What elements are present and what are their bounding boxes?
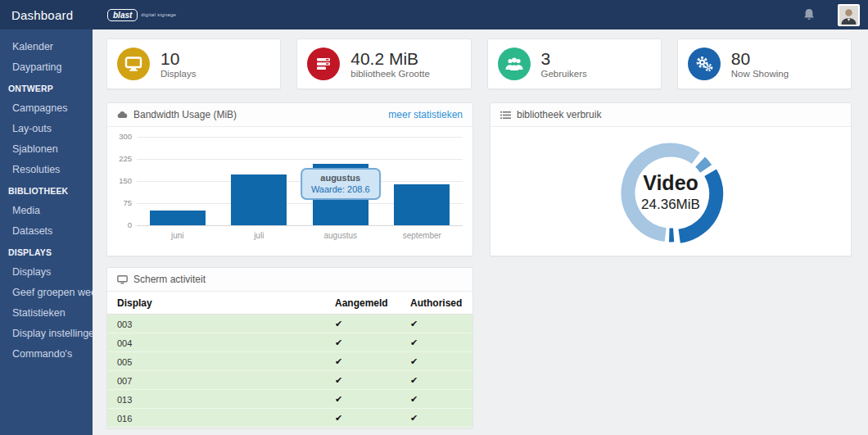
library-usage-title: bibliotheek verbruik — [517, 109, 601, 120]
cogs-icon — [688, 48, 721, 80]
bandwidth-title: Bandwidth Usage (MiB) — [133, 109, 237, 120]
check-icon: ✔ — [325, 390, 400, 409]
stat-value: 3 — [541, 49, 587, 69]
col-header-display: Display — [107, 292, 325, 315]
bandwidth-chart-body: 075150225300augustusWaarde: 208.6 juniju… — [107, 127, 472, 240]
sidebar-nav: KalenderDaypartingONTWERPCampagnesLay-ou… — [0, 29, 93, 435]
cell-display-name: 004 — [107, 333, 325, 352]
stat-text: 10 Displays — [160, 49, 196, 79]
col-header-aangemeld: Aangemeld — [325, 292, 400, 315]
sidebar-item-display-instellingen[interactable]: Display instellingen — [0, 324, 93, 344]
table-header-row: Display Aangemeld Authorised — [107, 292, 472, 315]
y-axis-tick-225: 225 — [109, 154, 132, 163]
sidebar-item-geef-groepen-weer[interactable]: Geef groepen weer — [0, 283, 93, 303]
cell-display-name: 003 — [107, 315, 325, 333]
y-axis-tick-300: 300 — [109, 132, 132, 141]
notifications-bell-icon[interactable] — [802, 7, 816, 22]
users-icon — [498, 48, 531, 80]
top-bar: Dashboard blast digital signage — [0, 0, 868, 29]
activity-title: Scherm activiteit — [133, 274, 206, 285]
check-icon: ✔ — [400, 352, 472, 371]
check-icon: ✔ — [400, 333, 472, 352]
stat-card-library-size: 40.2 MiB bibliotheek Grootte — [296, 39, 471, 89]
check-icon: ✔ — [325, 333, 400, 352]
sidebar-item-campagnes[interactable]: Campagnes — [0, 98, 93, 119]
stat-card-displays: 10 Displays — [106, 39, 281, 89]
table-row-004: 004✔✔ — [107, 333, 472, 352]
check-icon: ✔ — [325, 315, 400, 333]
stat-value: 40.2 MiB — [350, 49, 430, 69]
y-axis-tick-0: 0 — [109, 220, 132, 229]
x-axis-label-juni: juni — [137, 231, 219, 240]
sidebar-item-sjablonen[interactable]: Sjablonen — [0, 139, 93, 160]
stat-label: Gebruikers — [541, 69, 587, 79]
x-axis-label-juli: juli — [219, 231, 301, 240]
sidebar-list: KalenderDaypartingONTWERPCampagnesLay-ou… — [0, 37, 93, 365]
chart-tooltip: augustusWaarde: 208.6 — [301, 168, 381, 200]
stat-card-now-showing: 80 Now Showing — [677, 39, 852, 89]
screen-activity-card: Scherm activiteit Display Aangemeld Auth… — [106, 267, 473, 428]
more-statistics-link[interactable]: meer statistieken — [388, 109, 463, 120]
sidebar-item-displays[interactable]: Displays — [0, 262, 93, 283]
stat-text: 80 Now Showing — [731, 49, 789, 79]
sidebar-section-displays: DISPLAYS — [0, 242, 93, 262]
stat-text: 40.2 MiB bibliotheek Grootte — [350, 49, 430, 79]
library-card-header: bibliotheek verbruik — [491, 103, 851, 127]
sidebar-item-resoluties[interactable]: Resoluties — [0, 160, 93, 180]
library-icon — [307, 48, 340, 80]
bandwidth-card: Bandwidth Usage (MiB) meer statistieken … — [106, 102, 473, 256]
check-icon: ✔ — [400, 409, 472, 428]
display-icon — [117, 48, 150, 80]
sidebar-item-datasets[interactable]: Datasets — [0, 221, 93, 242]
monitor-icon — [117, 275, 128, 284]
sidebar-item-commando-s[interactable]: Commando's — [0, 344, 93, 365]
display-activity-table: Display Aangemeld Authorised 003✔✔004✔✔0… — [107, 292, 472, 428]
stat-label: Displays — [160, 69, 196, 79]
table-row-005: 005✔✔ — [107, 352, 472, 371]
app-logo: blast digital signage — [107, 9, 176, 21]
table-row-013: 013✔✔ — [107, 390, 472, 409]
library-donut-body: Video 24.36MiB — [491, 127, 851, 258]
x-axis-label-september: september — [382, 231, 463, 240]
table-row-007: 007✔✔ — [107, 371, 472, 390]
stats-row: 10 Displays 40.2 MiB bibliotheek Grootte — [106, 39, 852, 89]
bandwidth-card-header: Bandwidth Usage (MiB) meer statistieken — [107, 103, 472, 127]
bandwidth-x-axis-labels: junijuliaugustusseptember — [137, 231, 463, 240]
library-usage-card: bibliotheek verbruik Video 24.36MiB — [490, 102, 852, 256]
sidebar-item-kalender[interactable]: Kalender — [0, 37, 93, 57]
y-axis-tick-75: 75 — [109, 198, 132, 207]
stat-label: Now Showing — [731, 69, 789, 79]
bandwidth-bar-chart: 075150225300augustusWaarde: 208.6 — [137, 137, 463, 225]
page-title: Dashboard — [0, 8, 93, 22]
cell-display-name: 016 — [107, 409, 325, 428]
sidebar-item-lay-outs[interactable]: Lay-outs — [0, 119, 93, 139]
stat-text: 3 Gebruikers — [541, 49, 587, 79]
library-donut-chart[interactable]: Video 24.36MiB — [601, 128, 740, 257]
check-icon: ✔ — [400, 390, 472, 409]
check-icon: ✔ — [325, 371, 400, 390]
check-icon: ✔ — [400, 371, 472, 390]
donut-center-value: 24.36MiB — [641, 197, 700, 212]
activity-card-header: Scherm activiteit — [107, 268, 472, 292]
check-icon: ✔ — [400, 315, 472, 333]
sidebar-item-dayparting[interactable]: Dayparting — [0, 57, 93, 78]
main-content: 10 Displays 40.2 MiB bibliotheek Grootte — [93, 29, 868, 435]
x-axis-label-augustus: augustus — [300, 231, 382, 240]
cloud-icon — [117, 111, 128, 119]
list-icon — [500, 111, 511, 120]
cell-display-name: 005 — [107, 352, 325, 371]
stat-value: 10 — [160, 49, 196, 69]
table-row-016: 016✔✔ — [107, 409, 472, 428]
sidebar-item-statistieken[interactable]: Statistieken — [0, 303, 93, 324]
user-avatar[interactable] — [838, 4, 860, 26]
stat-card-users: 3 Gebruikers — [487, 39, 662, 89]
bar-juli[interactable] — [231, 174, 287, 225]
sidebar-item-media[interactable]: Media — [0, 201, 93, 221]
gridline-y300 — [137, 137, 463, 138]
logo-subtitle: digital signage — [141, 12, 176, 17]
bar-juni[interactable] — [150, 211, 206, 225]
donut-center-title: Video — [643, 171, 698, 194]
tooltip-value: Waarde: 208.6 — [311, 184, 370, 194]
y-axis-tick-150: 150 — [109, 176, 132, 185]
bar-september[interactable] — [394, 184, 450, 225]
